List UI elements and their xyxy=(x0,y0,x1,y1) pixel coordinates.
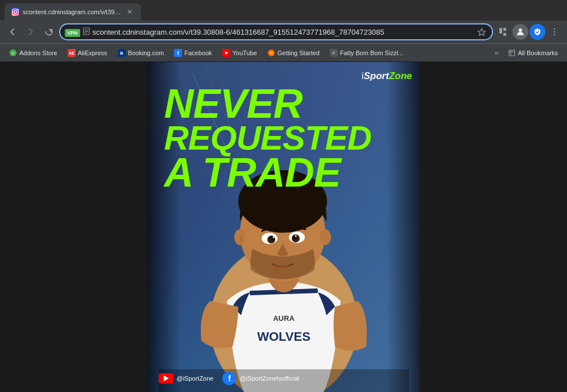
facebook-social-item: f @iSportZonetvofficial xyxy=(222,372,299,385)
svg-text:B: B xyxy=(120,51,123,56)
content-area: iSportZone NEVER REQUESTED A TRADE xyxy=(0,61,567,392)
svg-rect-10 xyxy=(499,31,502,34)
all-bookmarks-label: All Bookmarks xyxy=(518,49,558,56)
svg-point-47 xyxy=(320,229,331,245)
svg-point-46 xyxy=(234,229,246,245)
browser-window: scontent.cdninstagram.com/v/t39.30808-6/… xyxy=(0,0,567,392)
card-brand: iSportZone xyxy=(362,70,412,82)
extensions-button[interactable] xyxy=(495,24,511,40)
youtube-handle: @iSportZone xyxy=(177,375,214,382)
bookmark-booking-label: Booking.com xyxy=(128,49,164,56)
svg-marker-9 xyxy=(478,28,486,36)
tab-bar: scontent.cdninstagram.com/v/t39.30808-6/… xyxy=(0,0,567,20)
card-headline: NEVER REQUESTED A TRADE xyxy=(164,85,403,192)
headline-line2: REQUESTED xyxy=(164,122,403,154)
svg-point-29 xyxy=(270,51,273,55)
bookmark-booking[interactable]: B Booking.com xyxy=(113,46,169,60)
svg-point-3 xyxy=(16,10,18,11)
browser-actions xyxy=(495,24,562,40)
tab-title: scontent.cdninstagram.com/v/t39.30808-6/… xyxy=(23,9,122,15)
svg-rect-12 xyxy=(503,33,506,36)
svg-rect-32 xyxy=(509,50,515,56)
booking-favicon: B xyxy=(118,49,126,57)
bookmarks-bar: + Addons Store AE AliExpress B xyxy=(0,43,567,61)
svg-rect-11 xyxy=(503,28,506,31)
forward-button[interactable] xyxy=(23,24,39,40)
svg-point-15 xyxy=(554,28,555,30)
svg-rect-13 xyxy=(499,28,502,31)
svg-text:F: F xyxy=(333,51,335,55)
refresh-button[interactable] xyxy=(41,24,57,40)
url-input[interactable] xyxy=(93,28,474,36)
addons-store-favicon: + xyxy=(9,49,17,57)
address-bar-actions xyxy=(476,26,487,38)
active-tab[interactable]: scontent.cdninstagram.com/v/t39.30808-6/… xyxy=(5,3,141,20)
tab-close-button[interactable]: ✕ xyxy=(125,7,134,16)
more-bookmarks-button[interactable]: » xyxy=(491,46,502,59)
fatty-favicon: F xyxy=(330,49,338,57)
back-button[interactable] xyxy=(5,24,20,40)
play-triangle xyxy=(164,376,169,381)
svg-text:WOLVES: WOLVES xyxy=(257,329,311,344)
headline-line1: NEVER xyxy=(164,85,403,122)
sport-card: iSportZone NEVER REQUESTED A TRADE xyxy=(147,62,420,392)
headline-line3: A TRADE xyxy=(164,154,403,191)
more-bookmarks: » xyxy=(491,46,502,59)
shield-button[interactable] xyxy=(529,24,545,40)
bookmark-getting-started[interactable]: Getting Started xyxy=(263,46,324,60)
menu-button[interactable] xyxy=(547,24,562,40)
svg-point-14 xyxy=(519,28,522,32)
profile-button[interactable] xyxy=(512,24,528,40)
svg-point-17 xyxy=(554,34,555,35)
youtube-icon xyxy=(159,373,173,383)
youtube-favicon xyxy=(222,49,230,57)
firefox-favicon xyxy=(267,49,275,57)
youtube-social-item: @iSportZone xyxy=(159,373,214,383)
all-bookmarks-button[interactable]: All Bookmarks xyxy=(503,47,562,59)
bookmark-youtube[interactable]: YouTube xyxy=(218,46,262,60)
svg-point-55 xyxy=(295,235,296,237)
svg-point-51 xyxy=(272,236,274,238)
page-icon xyxy=(82,27,90,37)
nav-bar: VPN xyxy=(0,20,567,43)
vpn-badge: VPN xyxy=(65,27,80,37)
bookmark-facebook[interactable]: f Facebook xyxy=(169,46,216,60)
bookmark-addons-store[interactable]: + Addons Store xyxy=(5,46,62,60)
bookmark-fatty[interactable]: F Fatty Bom Bom Sizzl... xyxy=(325,46,408,60)
svg-text:+: + xyxy=(11,51,14,56)
bookmark-addons-label: Addons Store xyxy=(19,49,57,56)
facebook-icon: f xyxy=(222,372,236,385)
bookmark-star-button[interactable] xyxy=(476,26,487,38)
card-social-bar: @iSportZone f @iSportZonetvofficial xyxy=(159,372,409,385)
bookmark-youtube-label: YouTube xyxy=(233,49,257,56)
bookmark-fatty-label: Fatty Bom Bom Sizzl... xyxy=(340,49,403,56)
svg-point-16 xyxy=(554,31,555,32)
aliexpress-favicon: AE xyxy=(68,49,76,57)
bookmark-aliexpress-label: AliExpress xyxy=(78,49,107,56)
bookmark-facebook-label: Facebook xyxy=(184,49,212,56)
svg-text:AE: AE xyxy=(69,51,75,55)
facebook-handle: @iSportZonetvofficial xyxy=(239,375,299,382)
bookmark-getting-started-label: Getting Started xyxy=(278,49,320,56)
address-bar[interactable]: VPN xyxy=(59,23,493,40)
facebook-favicon: f xyxy=(174,49,182,57)
svg-text:AURA: AURA xyxy=(273,314,295,323)
bookmark-aliexpress[interactable]: AE AliExpress xyxy=(63,46,112,60)
tab-favicon xyxy=(11,8,19,16)
